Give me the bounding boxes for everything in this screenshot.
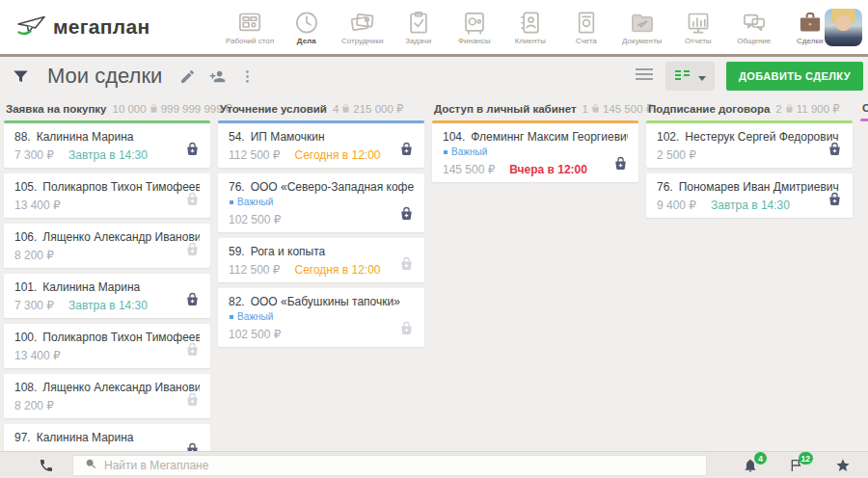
deal-card[interactable]: 102.Нестерук Сергей Федорович2 500 ₽ [646,123,853,168]
briefcase-icon[interactable] [184,191,201,211]
chat-flag-icon[interactable]: 12 [789,458,804,473]
deal-due-date: Завтра в 14:30 [68,148,148,162]
deal-price: 7 300 ₽ [14,148,54,162]
tasks-icon [394,10,442,36]
nav-item-affairs[interactable]: Дела [283,10,330,45]
deal-title: 54.ИП Мамочкин [229,130,414,144]
briefcase-icon[interactable] [398,141,415,161]
deal-title: 76.Пономарев Иван Дмитриевич [657,180,842,194]
column-header[interactable]: Подписание договора211 900 ₽ [646,95,853,123]
deal-price: 13 400 ₽ [14,349,61,362]
notifications-bell-icon[interactable]: 4 [743,458,758,473]
deal-card[interactable]: 108.Лященко Александр Иванович8 200 ₽ [4,374,210,418]
briefcase-icon[interactable] [612,155,629,175]
column-deal-count: 10 000 [112,103,146,115]
chat-badge: 12 [799,452,813,465]
kanban-column: Заявка на покупку10 000999 999 999 ₽88.К… [4,95,210,451]
nav-item-tasks[interactable]: Задачи [394,10,442,45]
column-name: От [862,102,868,114]
nav-item-finances[interactable]: Финансы [450,10,498,45]
column-color-bar [860,119,868,121]
deal-card[interactable]: 59.Рога и копыта112 500 ₽Сегодня в 12:00 [218,238,424,282]
reports-icon [674,10,721,36]
megaplan-logo[interactable]: мегаплан [15,13,199,41]
briefcase-mini-icon [149,103,159,115]
briefcase-icon[interactable] [398,255,415,276]
safe-icon [450,10,498,36]
deal-price: 8 200 ₽ [14,399,54,412]
deal-tag: Важный [229,311,414,323]
board-view-toggle[interactable] [665,62,715,91]
column-name: Заявка на покупку [6,103,106,115]
list-view-icon[interactable] [635,67,654,85]
briefcase-mini-icon [590,103,601,115]
deal-card[interactable]: 76.Пономарев Иван Дмитриевич9 400 ₽Завтр… [646,173,853,218]
column-header[interactable]: Доступ в личный кабинет1145 500 ₽ [432,95,638,123]
deal-title: 82.ООО «Бабушкины тапочки» [229,295,414,308]
deal-card[interactable]: 100.Поликарпов Тихон Тимофеевич13 400 ₽ [4,324,210,368]
deal-price: 7 300 ₽ [14,299,54,312]
search-icon [73,457,104,474]
nav-item-label: Дела [283,37,330,45]
briefcase-icon[interactable] [184,141,201,161]
deal-card[interactable]: 106.Лященко Александр Иванович8 200 ₽ [4,224,210,268]
page-header: Мои сделки ДОБАВИТЬ СДЕЛКУ [0,57,868,95]
nav-item-employees[interactable]: Сотрудники [339,10,386,45]
column-name: Доступ в личный кабинет [434,103,577,115]
nav-item-label: Общение [730,37,777,45]
column-name: Подписание договора [648,103,770,115]
briefcase-icon[interactable] [827,141,843,161]
column-header[interactable]: Заявка на покупку10 000999 999 999 ₽ [4,95,210,123]
phone-icon[interactable] [39,458,54,477]
briefcase-icon[interactable] [184,291,201,311]
briefcase-icon[interactable] [184,441,201,451]
folder-icon [618,10,665,36]
deal-price: 2 500 ₽ [657,148,696,162]
column-header[interactable]: Уточнение условий4215 000 ₽ [218,95,424,123]
briefcase-icon[interactable] [398,320,415,340]
briefcase-icon[interactable] [184,241,201,261]
briefcase-icon[interactable] [827,191,843,211]
add-person-icon[interactable] [209,68,226,85]
column-name: Уточнение условий [220,103,327,115]
edit-pencil-icon[interactable] [179,68,196,85]
deal-title: 104.Флеминнг Максим Георгиевич [443,130,628,144]
nav-item-clients[interactable]: Клиенты [506,10,554,45]
deal-card[interactable]: 97.Калинина Марина7 300 ₽Завтра в 14:30 [4,424,210,451]
column-deal-count: 4 [333,103,339,115]
deal-due-date: Вчера в 12:00 [509,163,587,176]
nav-item-chat[interactable]: Общение [730,10,777,45]
deal-card[interactable]: 101.Калинина Марина7 300 ₽Завтра в 14:30 [4,274,210,318]
deal-card[interactable]: 54.ИП Мамочкин112 500 ₽Сегодня в 12:00 [218,123,424,168]
kanban-view-icon [674,67,690,85]
avatar[interactable] [825,9,862,46]
column-deal-count: 2 [775,103,781,115]
briefcase-icon[interactable] [398,205,415,226]
logo-text: мегаплан [53,15,149,39]
deal-due-date: Завтра в 14:30 [68,299,148,312]
nav-item-invoices[interactable]: Счета [562,10,610,45]
column-header[interactable]: От [860,95,868,121]
add-deal-button[interactable]: ДОБАВИТЬ СДЕЛКУ [726,62,863,91]
paper-plane-logo-icon [15,13,48,41]
deal-card[interactable]: 104.Флеминнг Максим ГеоргиевичВажный145 … [432,123,638,182]
briefcase-icon[interactable] [184,341,201,361]
nav-item-reports[interactable]: Отчеты [674,10,721,45]
top-navigation-bar: мегаплан Рабочий столДелаСотрудникиЗадач… [0,0,868,57]
kanban-board: Заявка на покупку10 000999 999 999 ₽88.К… [0,95,868,451]
deal-card[interactable]: 105.Поликарпов Тихон Тимофеевич13 400 ₽ [4,173,210,218]
deal-card[interactable]: 88.Калинина Марина7 300 ₽Завтра в 14:30 [4,123,210,168]
filter-funnel-icon[interactable] [13,68,29,85]
column-deal-count: 1 [583,103,588,115]
deal-price: 102 500 ₽ [229,328,281,341]
favorites-star-icon[interactable] [835,458,851,473]
briefcase-icon[interactable] [184,391,201,412]
deal-card[interactable]: 76.ООО «Северо-Западная кофейня»Важный10… [218,173,424,232]
kebab-menu-icon[interactable] [239,68,256,85]
deal-card[interactable]: 82.ООО «Бабушкины тапочки»Важный102 500 … [218,288,424,347]
nav-item-desktop[interactable]: Рабочий стол [226,10,274,45]
nav-item-label: Документы [618,37,665,45]
nav-item-documents[interactable]: Документы [618,10,665,45]
search-input[interactable] [104,459,706,472]
kanban-column: От [860,95,868,451]
